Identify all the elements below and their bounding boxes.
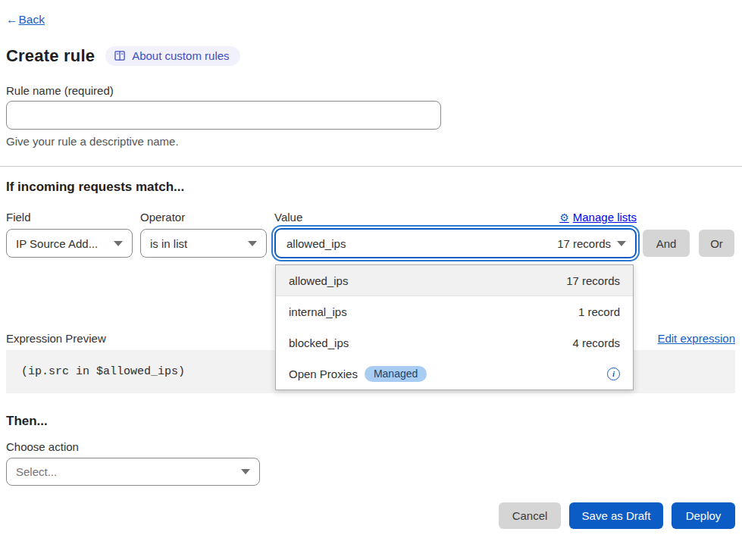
list-dropdown-panel: allowed_ips 17 records internal_ips 1 re… [275, 264, 634, 390]
condition-row: IP Source Add... is in list allowed_ips … [6, 228, 735, 258]
page-title: Create rule [6, 46, 95, 66]
back-row: ←Back [6, 0, 735, 27]
or-button[interactable]: Or [699, 230, 734, 257]
then-section-heading: Then... [6, 414, 735, 429]
create-rule-page: ←Back Create rule About custom rules Rul… [0, 0, 742, 560]
chevron-down-icon [248, 241, 257, 246]
chevron-down-icon [114, 241, 123, 246]
rule-name-input[interactable] [6, 101, 441, 130]
manage-lists-label: Manage lists [573, 211, 637, 224]
action-select-placeholder: Select... [16, 465, 57, 478]
field-select-value: IP Source Add... [16, 237, 98, 250]
expression-preview-label: Expression Preview [6, 332, 106, 345]
managed-badge: Managed [365, 366, 427, 382]
value-select[interactable]: allowed_ips 17 records [274, 228, 637, 258]
list-option-name: Open Proxies [289, 368, 358, 380]
field-select[interactable]: IP Source Add... [6, 229, 133, 258]
and-button[interactable]: And [643, 230, 690, 257]
rule-name-label: Rule name (required) [6, 84, 735, 97]
edit-expression-link[interactable]: Edit expression [657, 332, 735, 345]
value-label: Value [274, 211, 302, 224]
list-option-count: 17 records [566, 274, 620, 287]
footer-actions: Cancel Save as Draft Deploy [6, 502, 735, 529]
list-option-count: 1 record [578, 305, 620, 318]
about-custom-rules-badge[interactable]: About custom rules [105, 46, 240, 66]
gear-icon: ⚙ [559, 212, 569, 223]
manage-lists-link[interactable]: ⚙ Manage lists [559, 211, 637, 224]
chevron-down-icon [241, 469, 250, 474]
back-link[interactable]: ←Back [6, 13, 45, 26]
info-icon[interactable]: i [607, 368, 620, 380]
list-option-name: blocked_ips [289, 336, 349, 349]
section-divider [0, 166, 742, 167]
list-option-count: 4 records [572, 336, 620, 349]
list-option-allowed-ips[interactable]: allowed_ips 17 records [276, 265, 633, 296]
value-select-wrapper: allowed_ips 17 records allowed_ips 17 re… [274, 228, 637, 258]
save-as-draft-button[interactable]: Save as Draft [569, 502, 663, 529]
list-option-internal-ips[interactable]: internal_ips 1 record [276, 296, 633, 327]
operator-select[interactable]: is in list [140, 229, 267, 258]
list-option-name: internal_ips [289, 305, 347, 318]
chevron-down-icon [617, 241, 626, 246]
back-link-label: Back [19, 13, 45, 26]
about-badge-label: About custom rules [132, 49, 229, 62]
field-label: Field [6, 211, 133, 224]
rule-name-helper: Give your rule a descriptive name. [6, 135, 735, 148]
match-section-heading: If incoming requests match... [6, 180, 735, 195]
choose-action-label: Choose action [6, 440, 735, 453]
book-icon [114, 51, 126, 61]
back-arrow-icon: ← [6, 13, 18, 27]
value-select-value: allowed_ips [286, 237, 346, 250]
title-row: Create rule About custom rules [6, 46, 735, 66]
action-select[interactable]: Select... [6, 458, 260, 486]
expression-code: (ip.src in $allowed_ips) [21, 365, 185, 378]
operator-select-value: is in list [150, 237, 187, 250]
operator-label: Operator [140, 211, 267, 224]
list-option-name: allowed_ips [289, 274, 348, 287]
cancel-button[interactable]: Cancel [499, 502, 561, 529]
list-option-open-proxies[interactable]: Open Proxies Managed i [276, 358, 633, 389]
condition-labels-row: Field Operator Value ⚙ Manage lists [6, 211, 735, 224]
list-option-blocked-ips[interactable]: blocked_ips 4 records [276, 327, 633, 358]
value-select-record-count: 17 records [557, 237, 611, 250]
deploy-button[interactable]: Deploy [672, 502, 735, 529]
